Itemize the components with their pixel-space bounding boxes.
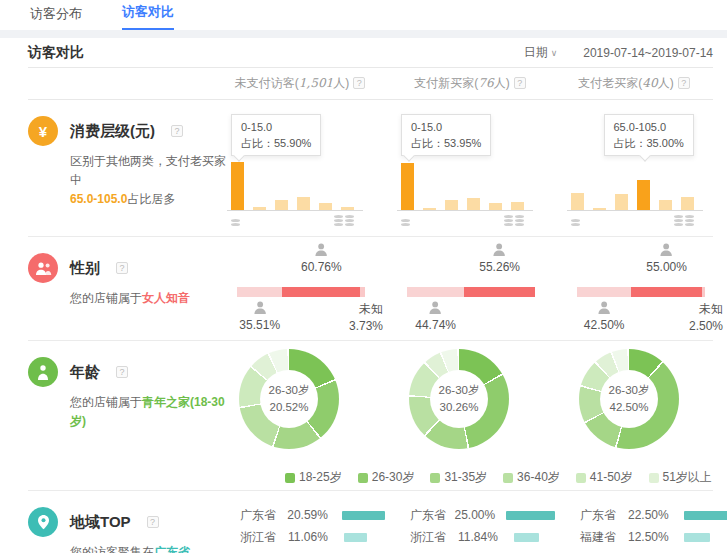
- legend-item[interactable]: 26-30岁: [358, 469, 415, 486]
- help-icon[interactable]: ?: [116, 366, 128, 378]
- male-icon: [252, 301, 267, 314]
- section-gender: 性别 ? 您的店铺属于女人知音 60.76%35.51%未知3.73% 55.2…: [28, 237, 713, 341]
- consumption-chart-new[interactable]: 0-15.0占比：53.95%: [401, 108, 551, 226]
- age-donut-unpaid[interactable]: 26-30岁20.52%: [239, 349, 339, 449]
- unknown-segment: [702, 287, 705, 297]
- tab-visitor-distribution[interactable]: 访客分布: [30, 5, 82, 30]
- region-row: 浙江省11.06%: [240, 527, 385, 547]
- region-pct: 11.06%: [288, 530, 344, 544]
- region-name: 福建省: [580, 529, 628, 546]
- bar[interactable]: [231, 162, 244, 210]
- gender-bar[interactable]: [577, 287, 705, 297]
- donut-center-pct: 20.52%: [269, 399, 308, 416]
- legend-item[interactable]: 31-35岁: [430, 469, 487, 486]
- gender-bar[interactable]: [237, 287, 365, 297]
- tooltip-range: 0-15.0: [241, 119, 311, 135]
- donut-center-pct: 42.50%: [609, 399, 648, 416]
- column-header-new-buyers: 支付新买家(76人)?: [385, 75, 555, 92]
- date-type-dropdown[interactable]: 日期∨: [524, 44, 558, 61]
- help-icon[interactable]: ?: [171, 125, 183, 137]
- chart-tooltip: 65.0-105.0占比：35.00%: [604, 114, 694, 156]
- bar[interactable]: [659, 200, 672, 210]
- consumption-highlight-range: 65.0-105.0: [70, 192, 127, 206]
- donut-center-label: 26-30岁: [439, 382, 480, 399]
- bar[interactable]: [489, 203, 502, 210]
- chart-tooltip: 0-15.0占比：55.90%: [231, 114, 321, 156]
- bar[interactable]: [681, 197, 694, 210]
- unknown-stat: 未知3.73%: [349, 301, 383, 335]
- gender-chart-new[interactable]: 55.26%44.74%: [399, 243, 549, 331]
- date-range-picker[interactable]: 2019-07-14~2019-07-14: [583, 46, 713, 60]
- legend-item[interactable]: 36-40岁: [503, 469, 560, 486]
- age-donut-new[interactable]: 26-30岁30.26%: [409, 349, 509, 449]
- legend-label: 26-30岁: [372, 469, 415, 486]
- region-bar: [684, 511, 727, 520]
- help-icon[interactable]: ?: [116, 262, 128, 274]
- axis-line: [227, 210, 363, 211]
- region-list-unpaid: 广东省20.59%浙江省11.06%: [215, 491, 385, 553]
- consumption-chart-unpaid[interactable]: 0-15.0占比：55.90%: [231, 108, 381, 226]
- region-name: 浙江省: [240, 529, 288, 546]
- region-pct: 11.84%: [458, 530, 514, 544]
- gender-bar[interactable]: [407, 287, 535, 297]
- age-donut-repeat[interactable]: 26-30岁42.50%: [579, 349, 679, 449]
- legend-swatch: [430, 473, 440, 483]
- region-bar: [506, 511, 555, 520]
- person-icon: [37, 365, 49, 380]
- gender-chart-repeat[interactable]: 55.00%42.50%未知2.50%: [569, 243, 719, 331]
- tab-visitor-comparison[interactable]: 访客对比: [122, 3, 174, 30]
- section-age: 年龄 ? 您的店铺属于青年之家(18-30岁) 26-30岁20.52% 26-…: [28, 341, 713, 491]
- legend-item[interactable]: 18-25岁: [285, 469, 342, 486]
- legend-item[interactable]: 41-50岁: [576, 469, 633, 486]
- help-icon[interactable]: ?: [147, 516, 159, 528]
- male-stat: 42.50%: [584, 301, 625, 332]
- section-title-region: 地域TOP: [70, 513, 131, 532]
- region-name: 广东省: [240, 507, 287, 524]
- bar[interactable]: [297, 197, 310, 210]
- legend-swatch: [503, 473, 513, 483]
- male-segment: [577, 287, 631, 297]
- column-header-row: 未支付访客(1,501人)? 支付新买家(76人)? 支付老买家(40人)?: [28, 68, 713, 100]
- legend-swatch: [576, 473, 586, 483]
- bar[interactable]: [637, 180, 650, 210]
- section-consumption-level: ¥ 消费层级(元) ? 区别于其他两类，支付老买家中 65.0-105.0占比居…: [28, 100, 713, 237]
- legend-label: 41-50岁: [590, 469, 633, 486]
- card-header: 访客对比 日期∨ 2019-07-14~2019-07-14: [28, 38, 713, 68]
- bar[interactable]: [615, 194, 628, 210]
- location-pin-icon: [28, 507, 58, 537]
- axis-line: [397, 210, 533, 211]
- help-icon[interactable]: ?: [353, 77, 365, 89]
- male-pct: 44.74%: [415, 318, 456, 332]
- bar[interactable]: [571, 193, 584, 210]
- bar-group: [571, 158, 694, 210]
- legend-item[interactable]: 51岁以上: [649, 469, 712, 486]
- female-stat: 55.00%: [646, 243, 687, 274]
- page-title: 访客对比: [28, 44, 84, 62]
- help-icon[interactable]: ?: [678, 77, 690, 89]
- tooltip-pct: 占比：53.95%: [411, 135, 481, 151]
- bar[interactable]: [467, 198, 480, 210]
- female-segment: [631, 287, 701, 297]
- gender-icon: [28, 253, 58, 283]
- region-pct: 12.50%: [628, 530, 684, 544]
- region-name: 广东省: [410, 507, 454, 524]
- bar[interactable]: [445, 200, 458, 210]
- region-bar: [342, 511, 385, 520]
- consumption-chart-repeat[interactable]: 65.0-105.0占比：35.00%: [571, 108, 721, 226]
- region-pct: 20.59%: [287, 508, 342, 522]
- two-people-icon: [35, 262, 52, 275]
- gender-chart-unpaid[interactable]: 60.76%35.51%未知3.73%: [229, 243, 379, 331]
- column-header-unpaid: 未支付访客(1,501人)?: [215, 75, 385, 92]
- tooltip-range: 65.0-105.0: [614, 119, 684, 135]
- section-title-gender: 性别: [70, 259, 100, 278]
- coin-icons: [571, 215, 694, 226]
- age-description: 您的店铺属于青年之家(18-30岁): [70, 393, 230, 431]
- bar[interactable]: [275, 200, 288, 210]
- bar[interactable]: [319, 203, 332, 210]
- bar[interactable]: [401, 163, 414, 210]
- legend-swatch: [358, 473, 368, 483]
- female-segment: [464, 287, 535, 297]
- help-icon[interactable]: ?: [514, 77, 526, 89]
- bar[interactable]: [511, 202, 524, 210]
- unknown-segment: [360, 287, 365, 297]
